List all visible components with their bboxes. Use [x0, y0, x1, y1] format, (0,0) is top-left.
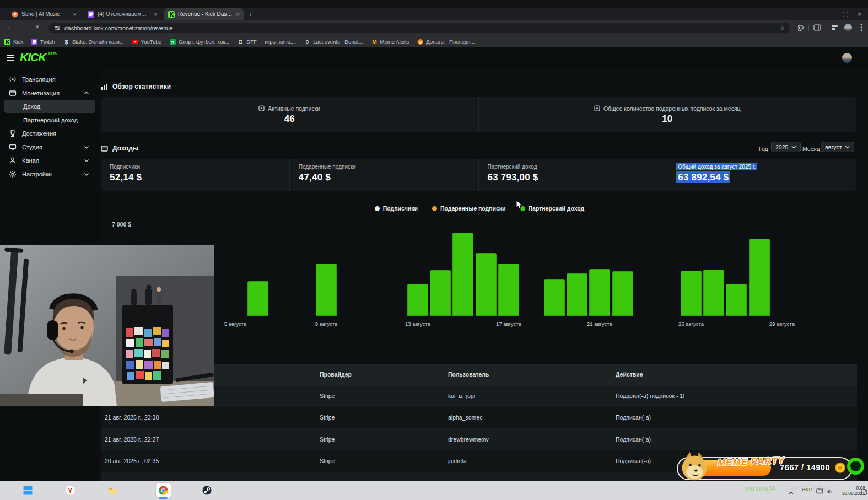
sidebar-item-6[interactable]: Канал [4, 154, 95, 167]
sidebar-item-3[interactable]: Партнерский доход [4, 114, 95, 127]
kick-logo[interactable]: KICK [20, 51, 46, 64]
tab-title: (4) Отслеживаемые активы... [98, 11, 150, 17]
screen: Suno | AI Music × (4) Отслеживаемые акти… [0, 0, 868, 500]
broadcast-icon [9, 76, 17, 83]
chart-bar-day-15[interactable] [452, 233, 473, 316]
bookmark-item[interactable]: ff Спорт: футбол, хок... [170, 39, 229, 45]
table-cell-col3: Подписан(-а) [612, 436, 857, 443]
sidebar-item-label: Студия [22, 144, 42, 150]
bookmark-item[interactable]: DTF — игры, кино,... [238, 39, 296, 45]
tab-close-icon[interactable]: × [236, 11, 240, 18]
chart-bar-day-17[interactable] [498, 264, 519, 316]
new-tab-button[interactable]: + [246, 10, 255, 19]
sidebar-item-5[interactable]: Студия [4, 141, 95, 154]
table-row[interactable]: 21 авг. 2025 г., 22:27Stripedrewbrewmeow… [101, 428, 857, 450]
file-explorer-icon[interactable] [105, 483, 120, 498]
back-icon[interactable]: ← [7, 23, 14, 31]
hamburger-menu-icon[interactable] [7, 55, 14, 61]
bookmark-item[interactable]: D Донаты - Последн... [417, 39, 475, 45]
tab-close-icon[interactable]: × [73, 11, 77, 18]
month-select[interactable]: август [821, 142, 854, 152]
chart-bar-day-13[interactable] [407, 284, 428, 316]
browser-tab[interactable]: Suno | AI Music × [8, 8, 80, 20]
chart-bar-day-9[interactable] [316, 264, 337, 316]
card-value: 63 793,00 $ [488, 172, 538, 182]
svg-text:D: D [306, 40, 309, 45]
stat-icon [594, 105, 600, 111]
legend-item[interactable]: Подписчики [375, 205, 418, 212]
stop-icon[interactable]: × [35, 23, 40, 31]
chart-bar-day-6[interactable] [247, 281, 268, 316]
kebab-menu-icon[interactable] [856, 23, 866, 33]
sidebar-item-label: Трансляция [22, 76, 56, 83]
bookmark-item[interactable]: $ Stake: Онлайн-кази... [63, 39, 124, 45]
forward-icon[interactable]: → [21, 23, 28, 31]
close-icon[interactable]: × [858, 11, 861, 18]
user-avatar[interactable] [842, 53, 852, 63]
table-cell-col2: jaxtrela [444, 458, 612, 464]
year-select[interactable]: 2025 [771, 142, 801, 152]
legend-item[interactable]: Партнерский доход [520, 205, 585, 212]
window-top-strip [0, 0, 868, 8]
sidebar-item-4[interactable]: Достижения [4, 127, 95, 140]
notification-icon[interactable] [861, 487, 867, 497]
card-value: 52,14 $ [110, 172, 142, 182]
tab-title: Suno | AI Music [21, 11, 70, 17]
x-axis-tick: 9 августа [315, 321, 338, 327]
table-row[interactable]: 21 авг. 2025 г., 23:38Stripealpha_somecП… [101, 407, 857, 429]
tab-close-icon[interactable]: × [154, 11, 157, 18]
sidebar-item-0[interactable]: Трансляция [4, 73, 95, 86]
revenue-title: Доходы [112, 144, 138, 152]
bookmark-item[interactable]: YouTube [132, 39, 161, 45]
windows-start-icon[interactable] [20, 483, 35, 498]
chart-bar-day-28[interactable] [749, 239, 770, 316]
chart-bar-day-27[interactable] [726, 284, 747, 316]
extensions-icon[interactable] [795, 23, 805, 33]
tab-search-icon[interactable] [829, 23, 839, 33]
table-row[interactable]: Stripekai_iz_jopiПодарил(-а) подписок - … [101, 385, 857, 407]
bookmark-item[interactable]: D Last events - Donat... [304, 39, 363, 45]
tune-icon[interactable] [54, 25, 61, 31]
chart-bar-day-16[interactable] [476, 253, 497, 316]
bookmark-item[interactable]: M Meme Alerts [371, 39, 409, 45]
sidebar-item-1[interactable]: Монетизация [4, 87, 95, 100]
chart-bar-day-19[interactable] [544, 279, 565, 316]
sidebar-item-2[interactable]: Доход [4, 100, 95, 113]
revenue-header: Доходы [101, 144, 138, 152]
bookmark-item[interactable]: Twitch [31, 39, 55, 45]
maximize-icon[interactable] [843, 12, 848, 17]
chart-bar-day-20[interactable] [567, 273, 587, 316]
table-cell-col2: alpha_somec [444, 414, 612, 421]
sidebar-panel-icon[interactable] [812, 23, 822, 33]
chart-bar-day-21[interactable] [589, 269, 610, 316]
sidebar-item-7[interactable]: Настройки [4, 168, 95, 181]
doge-icon [679, 451, 710, 482]
yandex-browser-icon[interactable]: Y [63, 483, 78, 498]
bookmark-item[interactable]: Kick [4, 39, 23, 45]
taskbar: Y ENG 0:08 30.08.2025 [0, 481, 868, 500]
steam-icon[interactable] [200, 483, 214, 498]
bookmark-label: Stake: Онлайн-кази... [72, 39, 124, 45]
revenue-card-2: Партнерский доход 63 793,00 $ [478, 159, 667, 191]
chart-bar-day-26[interactable] [703, 270, 724, 316]
stats-overview-header: Обзор статистики [101, 83, 171, 90]
chevron-down-icon [84, 158, 89, 163]
address-bar[interactable]: dashboard.kick.com/monetization/revenue … [48, 23, 790, 33]
chart-bar-day-22[interactable] [612, 271, 633, 316]
y-axis-tick: 7 000 $ [112, 221, 131, 228]
browser-tab[interactable]: Revenue - Kick Dashboard × [164, 8, 244, 20]
chart-bar-day-14[interactable] [430, 270, 451, 316]
bookmark-star-icon[interactable]: ☆ [780, 25, 785, 31]
legend-item[interactable]: Подаренные подписки [432, 205, 506, 212]
browser-tab[interactable]: (4) Отслеживаемые активы... × [84, 8, 161, 20]
chrome-icon[interactable] [156, 483, 171, 498]
minimize-icon[interactable] [828, 14, 833, 14]
revenue-card-1: Подаренные подписки 47,40 $ [289, 159, 478, 191]
month-label: Месяц [802, 146, 820, 152]
kick-favicon [4, 39, 10, 45]
bookmark-label: Meme Alerts [380, 39, 409, 45]
chart-bar-day-25[interactable] [681, 271, 702, 316]
suno-favicon [12, 11, 18, 18]
profile-avatar[interactable] [843, 23, 853, 33]
tray-clock[interactable]: 0:08 30.08.2025 [835, 485, 865, 496]
